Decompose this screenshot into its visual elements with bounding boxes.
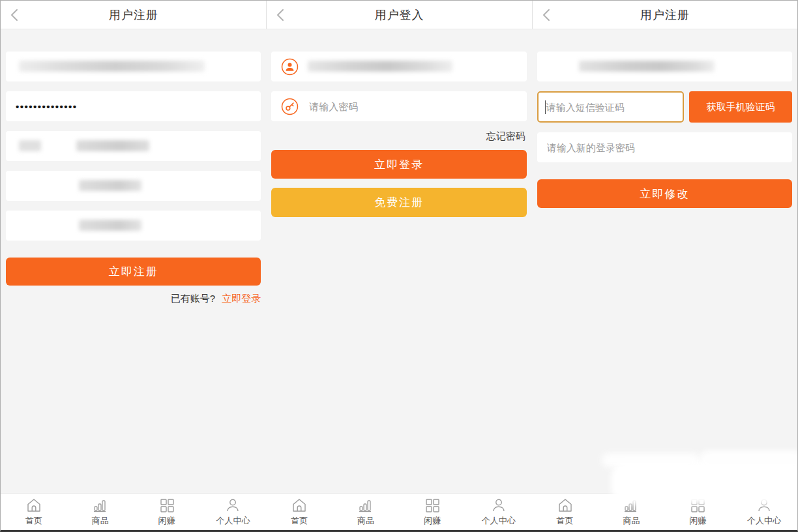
tab-label: 个人中心	[216, 515, 250, 527]
censor-smudge	[602, 453, 700, 467]
grid-icon	[424, 497, 441, 514]
username-field[interactable]	[271, 52, 526, 81]
tab-products[interactable]: 商品	[67, 494, 134, 530]
reset-header: 用户注册	[532, 1, 797, 29]
redacted-text	[19, 140, 41, 151]
sms-code-input[interactable]	[546, 102, 676, 113]
back-icon[interactable]	[276, 8, 285, 22]
have-account-row: 已有账号? 立即登录	[6, 293, 261, 305]
redacted-text	[308, 61, 452, 72]
sms-code-field[interactable]	[6, 211, 261, 241]
redacted-text	[19, 61, 205, 72]
user-circle-icon	[281, 58, 299, 76]
tab-label: 商品	[357, 515, 374, 527]
redacted-text	[579, 61, 715, 72]
tab-label: 首页	[25, 515, 42, 527]
tab-products[interactable]: 商品	[332, 494, 399, 530]
tab-label: 闲赚	[689, 515, 706, 527]
register-panel: 用户注册 •••••••••••••• 立即注册 已有账号? 立即登录	[1, 1, 266, 530]
reset-panel: 用户注册 获取手机验证码 立即修改	[532, 1, 797, 530]
modify-button[interactable]: 立即修改	[537, 179, 792, 208]
home-icon	[25, 497, 42, 514]
redacted-text	[79, 180, 141, 191]
page-title: 用户注册	[109, 7, 158, 23]
tab-home[interactable]: 首页	[266, 494, 332, 530]
back-icon[interactable]	[10, 8, 19, 22]
invite-code-field[interactable]	[6, 131, 261, 161]
bar-chart-icon	[92, 497, 109, 514]
new-password-field[interactable]	[537, 132, 792, 162]
free-register-button[interactable]: 免费注册	[271, 188, 526, 217]
tab-label: 闲赚	[158, 515, 175, 527]
tab-profile[interactable]: 个人中心	[200, 494, 266, 530]
user-icon	[490, 497, 507, 514]
tab-earn[interactable]: 闲赚	[399, 494, 466, 530]
sms-code-row: 获取手机验证码	[537, 91, 792, 123]
login-panel: 用户登入 忘记密码 立即登录 免费注册	[266, 1, 531, 530]
censor-smudge	[700, 451, 797, 470]
text-cursor	[545, 100, 546, 114]
forgot-password-link[interactable]: 忘记密码	[271, 130, 525, 143]
password-input[interactable]	[309, 101, 516, 112]
password-field[interactable]	[271, 91, 526, 121]
bar-chart-icon	[357, 497, 374, 514]
tab-home[interactable]: 首页	[1, 494, 67, 530]
tab-label: 首页	[291, 515, 308, 527]
password-dots: ••••••••••••••	[16, 101, 78, 112]
key-circle-icon	[281, 98, 299, 115]
login-header: 用户登入	[266, 1, 531, 29]
new-password-input[interactable]	[547, 142, 782, 153]
grid-icon	[158, 497, 175, 514]
register-form: •••••••••••••• 立即注册 已有账号? 立即登录	[1, 29, 266, 493]
tab-label: 商品	[623, 515, 640, 527]
user-icon	[224, 497, 241, 514]
tab-label: 首页	[557, 515, 574, 527]
username-field[interactable]	[6, 52, 261, 81]
tab-label: 闲赚	[424, 515, 441, 527]
redacted-text	[76, 140, 149, 151]
register-header: 用户注册	[1, 1, 266, 29]
login-link[interactable]: 立即登录	[222, 293, 261, 304]
sms-code-field[interactable]	[537, 91, 684, 123]
have-account-text: 已有账号?	[171, 293, 215, 304]
home-icon	[557, 497, 574, 514]
tab-profile[interactable]: 个人中心	[466, 494, 532, 530]
page-title: 用户登入	[374, 7, 424, 23]
password-field[interactable]: ••••••••••••••	[6, 91, 261, 121]
tab-earn[interactable]: 闲赚	[134, 494, 200, 530]
reset-form: 获取手机验证码 立即修改	[532, 29, 797, 493]
login-form: 忘记密码 立即登录 免费注册	[266, 29, 531, 493]
page-title: 用户注册	[640, 7, 690, 23]
app-window: 用户注册 •••••••••••••• 立即注册 已有账号? 立即登录	[0, 0, 798, 532]
tab-label: 个人中心	[747, 515, 781, 527]
tabbar: 首页 商品 闲赚 个人中心	[266, 493, 531, 530]
tabbar: 首页 商品 闲赚 个人中心	[1, 493, 266, 530]
redacted-text	[79, 220, 141, 231]
phone-field[interactable]	[537, 52, 792, 81]
back-icon[interactable]	[542, 8, 551, 22]
get-code-button[interactable]: 获取手机验证码	[689, 91, 792, 123]
tab-label: 个人中心	[482, 515, 516, 527]
tab-home[interactable]: 首页	[532, 494, 598, 530]
home-icon	[291, 497, 308, 514]
phone-field[interactable]	[6, 171, 261, 201]
register-button[interactable]: 立即注册	[6, 258, 261, 286]
login-button[interactable]: 立即登录	[271, 150, 526, 179]
tab-label: 商品	[92, 515, 109, 527]
